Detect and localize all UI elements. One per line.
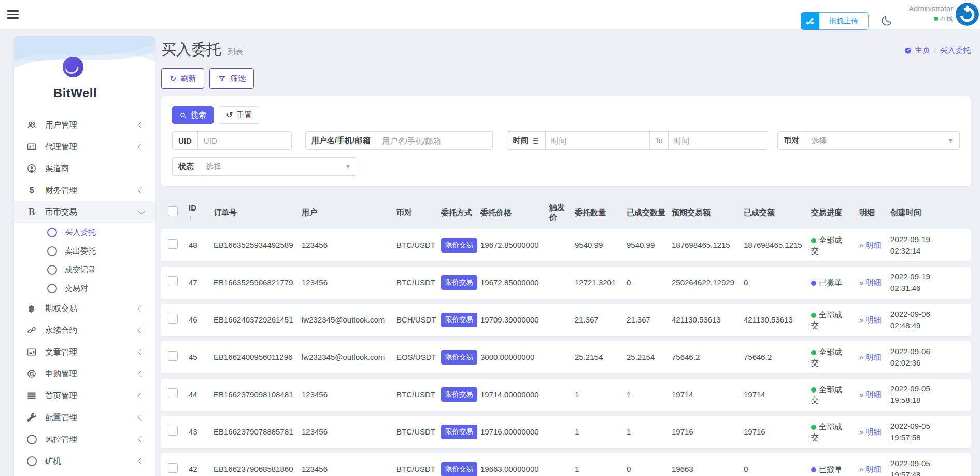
user-input[interactable] bbox=[376, 132, 492, 149]
cell-order-no: EB1662379068581860 bbox=[214, 464, 302, 475]
cell-pair: BCH/USDT bbox=[396, 314, 441, 326]
table-row: 44 EB1662379098108481 123456 BTC/USDT 限价… bbox=[161, 379, 971, 411]
chevron-left-icon bbox=[138, 187, 145, 194]
pair-select[interactable]: 选择 ▼ bbox=[805, 132, 959, 149]
sidebar-item-spot-trade[interactable]: B币币交易 bbox=[14, 201, 155, 223]
column-id[interactable]: ID ↑ bbox=[189, 203, 214, 222]
reset-icon: ↺ bbox=[226, 111, 233, 119]
cell-user: 123456 bbox=[302, 277, 396, 288]
sidebar-subitem-trade-records[interactable]: 成交记录 bbox=[14, 260, 155, 279]
detail-link[interactable]: » 明细 bbox=[859, 426, 882, 437]
sidebar-item-options-trade[interactable]: ฿期权交易 bbox=[14, 298, 155, 319]
upload-widget[interactable]: 拖拽上传 bbox=[801, 12, 869, 30]
sidebar-item-channel[interactable]: 渠道商 bbox=[14, 158, 155, 179]
sidebar-item-homepage[interactable]: 首页管理 bbox=[14, 385, 155, 407]
detail-link[interactable]: » 明细 bbox=[859, 389, 882, 400]
cell-pair: BTC/USDT bbox=[396, 240, 441, 251]
btc-icon: ฿ bbox=[25, 303, 38, 314]
row-checkbox[interactable] bbox=[168, 351, 178, 361]
status-badge: 全部成交 bbox=[811, 234, 849, 256]
cell-filled: 0 bbox=[627, 464, 672, 475]
orders-table: ID ↑ 订单号 用户 币对 委托方式 委托价格 触发价 委托数量 已成交数量 … bbox=[161, 196, 971, 476]
status-text: 全部成交 bbox=[811, 385, 842, 404]
sidebar-item-perpetual[interactable]: 永续合约 bbox=[14, 319, 155, 341]
cell-id: 47 bbox=[189, 277, 214, 288]
sidebar-subitem-buy-orders[interactable]: 买入委托 bbox=[14, 223, 155, 242]
pair-field-group: 币对 选择 ▼ bbox=[777, 131, 960, 150]
status-dot-icon bbox=[811, 467, 816, 472]
coin-b-icon: B bbox=[25, 206, 38, 218]
breadcrumb-home-link[interactable]: 主页 bbox=[904, 46, 930, 55]
row-checkbox[interactable] bbox=[168, 463, 178, 473]
cell-id: 45 bbox=[189, 352, 214, 363]
status-select[interactable]: 选择 ▼ bbox=[200, 158, 357, 175]
cell-created-at: 2022-09-0519:58:18 bbox=[890, 383, 968, 406]
refresh-button[interactable]: ↻ 刷新 bbox=[161, 68, 204, 89]
sidebar-item-users[interactable]: 用户管理 bbox=[14, 114, 155, 136]
detail-link[interactable]: » 明细 bbox=[859, 240, 882, 250]
chevron-left-icon bbox=[138, 327, 145, 334]
cell-turnover: 75646.2 bbox=[744, 352, 811, 363]
search-button[interactable]: 搜索 bbox=[172, 106, 214, 124]
cell-pair: BTC/USDT bbox=[396, 464, 441, 475]
cell-id: 48 bbox=[189, 240, 214, 251]
users-icon bbox=[25, 119, 38, 131]
user-info: Administrator 在线 bbox=[909, 4, 953, 23]
sidebar-item-miner[interactable]: 矿机 bbox=[14, 450, 155, 472]
status-badge: 已撤单 bbox=[811, 277, 849, 288]
cell-price: 3000.00000000 bbox=[480, 352, 549, 363]
sidebar-item-articles[interactable]: 文章管理 bbox=[14, 341, 155, 363]
moon-icon bbox=[882, 16, 891, 25]
status-field-group: 状态 选择 ▼ bbox=[172, 157, 357, 176]
table-header: ID ↑ 订单号 用户 币对 委托方式 委托价格 触发价 委托数量 已成交数量 … bbox=[161, 196, 971, 229]
select-all-checkbox[interactable] bbox=[168, 206, 178, 216]
cell-user: 123456 bbox=[302, 426, 396, 438]
dark-mode-toggle[interactable] bbox=[880, 15, 893, 27]
row-checkbox[interactable] bbox=[168, 388, 178, 398]
detail-link[interactable]: » 明细 bbox=[859, 352, 882, 362]
row-checkbox[interactable] bbox=[168, 239, 178, 249]
sidebar-toggle-button[interactable] bbox=[7, 8, 19, 20]
cell-turnover: 0 bbox=[744, 277, 811, 288]
row-checkbox[interactable] bbox=[168, 314, 178, 324]
cell-user: 123456 bbox=[302, 389, 396, 400]
filter-button[interactable]: 筛选 bbox=[209, 68, 254, 89]
detail-link[interactable]: » 明细 bbox=[859, 314, 882, 325]
row-checkbox[interactable] bbox=[168, 276, 178, 286]
time-from-input[interactable] bbox=[546, 132, 649, 149]
sidebar-item-risk[interactable]: 风控管理 bbox=[14, 428, 155, 450]
cell-pair: EOS/USDT bbox=[396, 352, 441, 363]
detail-link[interactable]: » 明细 bbox=[859, 464, 882, 474]
cell-user: 123456 bbox=[302, 240, 396, 251]
status-text: 全部成交 bbox=[811, 347, 842, 367]
detail-link[interactable]: » 明细 bbox=[859, 277, 882, 288]
time-range-group: 时间 To bbox=[507, 131, 769, 150]
circle-icon bbox=[47, 284, 57, 293]
breadcrumb: 主页 / 买入委托 bbox=[904, 46, 971, 55]
avatar[interactable] bbox=[956, 3, 979, 26]
status-dot-icon bbox=[811, 350, 816, 355]
brand-name: BitWell bbox=[14, 86, 136, 101]
order-type-badge: 限价交易 bbox=[441, 350, 477, 365]
chevron-left-icon bbox=[138, 349, 145, 356]
breadcrumb-current[interactable]: 买入委托 bbox=[940, 46, 971, 55]
sidebar-item-config[interactable]: 配置管理 bbox=[14, 407, 155, 428]
sidebar-item-agents[interactable]: 代理管理 bbox=[14, 136, 155, 158]
sidebar-subitem-trading-pairs[interactable]: 交易对 bbox=[14, 279, 155, 298]
time-to-label: To bbox=[649, 132, 669, 149]
row-checkbox[interactable] bbox=[168, 426, 178, 436]
sidebar-subitem-sell-orders[interactable]: 卖出委托 bbox=[14, 242, 155, 260]
user-circle-icon bbox=[25, 163, 38, 174]
column-pair: 币对 bbox=[396, 208, 441, 218]
upload-button-label[interactable]: 拖拽上传 bbox=[819, 12, 869, 30]
uid-input[interactable] bbox=[198, 132, 291, 149]
time-to-input[interactable] bbox=[669, 132, 768, 149]
uid-field-group: UID bbox=[172, 131, 292, 150]
cell-order-no: EB1662403729261451 bbox=[214, 314, 302, 326]
cell-id: 42 bbox=[189, 464, 214, 475]
sidebar-item-subscription[interactable]: 申购管理 bbox=[14, 363, 155, 385]
reset-button[interactable]: ↺ 重置 bbox=[219, 106, 259, 124]
cell-amount: 21.367 bbox=[575, 314, 627, 326]
sidebar-item-finance[interactable]: $财务管理 bbox=[14, 179, 155, 201]
funnel-icon bbox=[218, 75, 226, 83]
